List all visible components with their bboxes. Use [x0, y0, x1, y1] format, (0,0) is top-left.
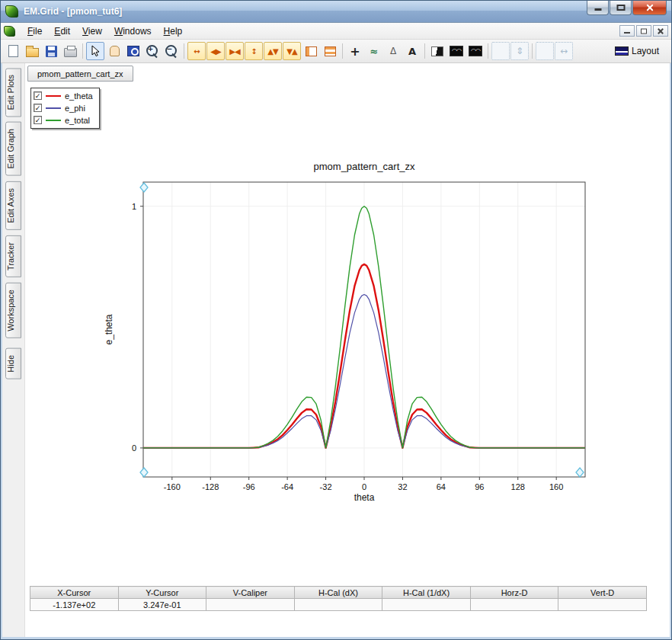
minimize-icon — [624, 32, 630, 34]
legend-item: ✓ e_phi — [34, 103, 93, 113]
menu-windows[interactable]: Windows — [108, 24, 158, 38]
waveform-a-button[interactable]: ◠◠ — [447, 42, 466, 60]
scroll-x-icon: ◀▶ — [210, 47, 220, 56]
status-header: H-Cal (1/dX) — [382, 587, 471, 599]
new-file-button[interactable] — [4, 42, 22, 60]
scroll-x-axis-button[interactable]: ◀▶ — [206, 42, 225, 60]
add-marker-button[interactable]: + — [346, 42, 364, 60]
sidebar-tab-workspace[interactable]: Workspace — [5, 283, 21, 338]
cursor-status-table: X-Cursor Y-Cursor V-Caliper H-Cal (dX) H… — [30, 586, 647, 611]
svg-text:-128: -128 — [202, 482, 219, 491]
expand-y-icon: ↕ — [251, 47, 256, 56]
table-columns-button[interactable] — [302, 42, 320, 60]
fit-horizontal-icon: ↔ — [560, 46, 568, 56]
expand-x-icon: ↔ — [194, 47, 199, 56]
menu-file[interactable]: File — [21, 24, 48, 38]
app-logo-icon — [5, 5, 18, 18]
menu-help[interactable]: Help — [158, 24, 189, 38]
open-file-button[interactable] — [23, 42, 41, 60]
fit-vertical-icon: ⇕ — [516, 46, 523, 56]
sidebar-tab-edit-axes[interactable]: Edit Axes — [5, 181, 21, 230]
maximize-icon — [616, 5, 625, 11]
status-header: Y-Cursor — [118, 587, 206, 599]
checkbox-checked-icon[interactable]: ✓ — [34, 116, 42, 124]
table-rows-button[interactable] — [321, 42, 339, 60]
sidebar-tab-edit-plots[interactable]: Edit Plots — [5, 68, 21, 117]
shrink-x-axis-button[interactable]: ▶◀ — [226, 42, 244, 60]
print-icon — [64, 48, 77, 57]
document-tab[interactable]: pmom_pattern_cart_zx — [27, 66, 133, 82]
titlebar[interactable]: EM.Grid - [pmom_tut6] — [1, 1, 671, 23]
curve-tracker-button[interactable]: ≈ — [365, 42, 383, 60]
sidebar-tab-hide[interactable]: Hide — [5, 348, 21, 379]
mdi-minimize-button[interactable] — [619, 25, 635, 37]
toolbar: + − ↔ ◀▶ ▶◀ ↕ ▲▼ ▼▲ + ≈ Δ A ◠◠ ◠◠ ⇕ ↔ La… — [1, 40, 671, 63]
status-value: 3.247e-01 — [118, 599, 206, 611]
scroll-y-axis-button[interactable]: ▲▼ — [264, 42, 282, 60]
document-icon — [4, 26, 15, 37]
svg-text:-64: -64 — [281, 482, 293, 491]
shrink-x-icon: ▶◀ — [229, 47, 239, 56]
text-annotation-button[interactable]: A — [403, 42, 421, 60]
waveform-b-button[interactable]: ◠◠ — [466, 42, 485, 60]
sidebar-tab-tracker[interactable]: Tracker — [5, 235, 21, 277]
toolbar-separator — [488, 43, 488, 59]
menu-view[interactable]: View — [76, 24, 108, 38]
plus-icon: + — [350, 44, 360, 59]
status-value — [206, 599, 295, 611]
svg-text:1: 1 — [132, 202, 136, 211]
minimize-button[interactable] — [587, 1, 609, 15]
chart-canvas[interactable]: -160-128-96-64-32032649612816001pmom_pat… — [101, 153, 612, 519]
status-value — [470, 599, 558, 611]
zoom-in-button[interactable]: + — [143, 42, 162, 60]
curve-icon: ≈ — [370, 46, 379, 57]
checkbox-checked-icon[interactable]: ✓ — [34, 104, 42, 112]
toolbar-separator — [424, 43, 425, 59]
sidebar-tab-edit-graph[interactable]: Edit Graph — [5, 122, 21, 176]
status-header: X-Cursor — [30, 587, 119, 599]
minimize-icon — [594, 8, 601, 11]
close-button[interactable] — [632, 1, 667, 15]
maximize-button[interactable] — [610, 1, 632, 15]
legend-label: e_phi — [65, 104, 85, 113]
layout-icon — [615, 46, 629, 56]
zoom-out-button[interactable]: − — [162, 42, 181, 60]
expand-x-axis-button[interactable]: ↔ — [187, 42, 206, 60]
checkbox-checked-icon[interactable]: ✓ — [34, 91, 42, 100]
svg-text:-32: -32 — [320, 482, 332, 491]
toolbar-separator — [82, 43, 83, 59]
zoom-out-icon: − — [165, 45, 178, 57]
svg-text:32: 32 — [398, 482, 407, 491]
toolbar-separator — [184, 43, 184, 59]
svg-text:-96: -96 — [243, 482, 255, 491]
fit-box-2-button — [536, 42, 554, 60]
mdi-restore-button[interactable] — [636, 25, 651, 37]
select-pointer-button[interactable] — [86, 42, 104, 60]
menu-edit[interactable]: Edit — [48, 24, 76, 38]
invert-plot-button[interactable] — [428, 42, 446, 60]
toolbar-separator — [532, 43, 533, 59]
legend-line-sample — [46, 120, 61, 121]
text-icon: A — [408, 46, 416, 57]
svg-text:e_theta: e_theta — [104, 314, 114, 344]
mdi-close-button[interactable] — [653, 25, 668, 37]
status-value — [558, 599, 647, 611]
shrink-y-axis-button[interactable]: ▼▲ — [283, 42, 301, 60]
plot-legend[interactable]: ✓ e_theta ✓ e_phi ✓ e_total — [30, 88, 100, 129]
pan-hand-button[interactable] — [105, 42, 123, 60]
slope-tool-button[interactable]: Δ — [384, 42, 402, 60]
svg-text:0: 0 — [132, 443, 136, 453]
zoom-window-button[interactable] — [124, 42, 142, 60]
fit-vertical-button: ⇕ — [510, 42, 529, 60]
side-tab-strip: Edit Plots Edit Graph Edit Axes Tracker … — [2, 63, 25, 637]
svg-text:96: 96 — [475, 482, 484, 491]
layout-button[interactable]: Layout — [615, 46, 671, 56]
save-button[interactable] — [42, 42, 60, 60]
status-value — [382, 599, 471, 611]
print-button[interactable] — [61, 42, 79, 60]
svg-text:128: 128 — [511, 482, 525, 491]
pointer-icon — [89, 45, 101, 57]
expand-y-axis-button[interactable]: ↕ — [245, 42, 263, 60]
svg-text:64: 64 — [437, 482, 446, 491]
status-header: Horz-D — [470, 587, 558, 599]
